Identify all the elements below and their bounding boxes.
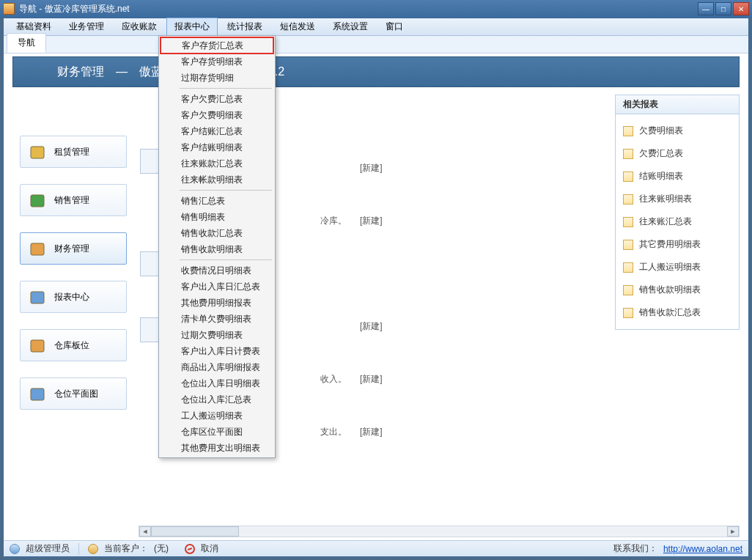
menu-item-销售收款汇总表[interactable]: 销售收款汇总表 [161,225,273,241]
menu-系统设置[interactable]: 系统设置 [325,18,376,36]
scroll-left-button[interactable]: ◄ [139,526,151,537]
menu-统计报表[interactable]: 统计报表 [219,18,270,36]
svg-rect-1 [31,195,44,207]
related-report-item[interactable]: 欠费明细表 [623,125,731,137]
scroll-right-button[interactable]: ► [727,526,739,537]
related-report-label: 销售收款明细表 [639,284,701,296]
contact-link[interactable]: http://www.aolan.net [663,544,742,554]
svg-rect-0 [31,147,44,158]
menu-separator [180,190,272,191]
svg-rect-2 [31,243,44,255]
statusbar: 超级管理员 当前客户： (无) 取消 联系我们： http://www.aola… [4,540,748,556]
report-center-menu: 客户存货汇总表客户存货明细表过期存货明细客户欠费汇总表客户欠费明细表客户结账汇总… [158,35,276,458]
content-area: 财务管理 — 傲蓝冷 v5.2 租赁管理销售管理财务管理报表中心仓库板位仓位平面… [4,54,748,540]
related-report-item[interactable]: 结账明细表 [623,170,731,183]
page-header: 财务管理 — 傲蓝冷 v5.2 [12,56,740,87]
row-new-link[interactable]: [新建] [360,215,404,227]
row-new-link[interactable]: [新建] [360,320,404,333]
tab-nav[interactable]: 导航 [7,33,46,53]
menu-item-客户结账汇总表[interactable]: 客户结账汇总表 [161,123,273,139]
related-report-item[interactable]: 销售收款明细表 [623,284,731,296]
related-report-item[interactable]: 其它费用明细表 [623,238,731,251]
related-report-item[interactable]: 工人搬运明细表 [623,261,731,273]
related-report-label: 其它费用明细表 [639,238,701,251]
tabstrip: 导航 [4,36,748,54]
menu-应收账款[interactable]: 应收账款 [114,18,165,36]
menu-item-仓位出入库汇总表[interactable]: 仓位出入库汇总表 [161,391,273,408]
menu-item-客户结账明细表[interactable]: 客户结账明细表 [161,139,273,155]
status-customer-value: (无) [154,542,169,555]
window-body: 基础资料业务管理应收账款报表中心统计报表短信发送系统设置窗口 导航 财务管理 —… [3,18,749,557]
report-icon [623,217,633,227]
status-cancel[interactable]: 取消 [201,542,218,555]
menu-item-往来帐款明细表[interactable]: 往来帐款明细表 [161,172,273,188]
menu-separator [180,259,272,260]
menu-业务管理[interactable]: 业务管理 [61,18,112,36]
scroll-thumb[interactable] [151,526,239,537]
related-report-label: 工人搬运明细表 [639,261,701,273]
related-report-item[interactable]: 往来账汇总表 [623,215,731,228]
menu-短信发送[interactable]: 短信发送 [272,18,323,36]
close-button[interactable]: ✕ [733,2,749,15]
related-report-label: 往来账汇总表 [639,215,692,228]
related-report-item[interactable]: 销售收款汇总表 [623,306,731,319]
menu-item-销售收款明细表[interactable]: 销售收款明细表 [161,241,273,257]
menu-item-工人搬运明细表[interactable]: 工人搬运明细表 [161,408,273,424]
report-icon [623,285,633,295]
customer-icon [88,544,98,554]
menu-item-过期欠费明细表[interactable]: 过期欠费明细表 [161,327,273,343]
window-controls: — □ ✕ [698,2,749,15]
menu-item-仓库区位平面图[interactable]: 仓库区位平面图 [161,424,273,440]
menu-item-过期存货明细[interactable]: 过期存货明细 [161,70,273,86]
nav-card-销售管理[interactable]: 销售管理 [20,184,127,216]
menu-item-往来账款汇总表[interactable]: 往来账款汇总表 [161,155,273,172]
cancel-icon[interactable] [185,544,195,554]
nav-icon [28,239,47,258]
menu-item-其他费用支出明细表[interactable]: 其他费用支出明细表 [161,440,273,456]
menu-窗口[interactable]: 窗口 [377,18,411,36]
titlebar: 导航 - 傲蓝冷库管理系统.net — □ ✕ [0,0,752,18]
maximize-button[interactable]: □ [715,2,731,15]
menu-item-客户欠费明细表[interactable]: 客户欠费明细表 [161,107,273,123]
menu-item-收费情况日明细表[interactable]: 收费情况日明细表 [161,262,273,279]
menu-item-其他费用明细报表[interactable]: 其他费用明细报表 [161,295,273,311]
menu-item-客户欠费汇总表[interactable]: 客户欠费汇总表 [161,91,273,107]
nav-card-报表中心[interactable]: 报表中心 [20,281,127,313]
nav-card-财务管理[interactable]: 财务管理 [20,232,127,265]
menu-item-客户存货汇总表[interactable]: 客户存货汇总表 [160,37,274,54]
minimize-button[interactable]: — [698,2,714,15]
menu-item-清卡单欠费明细表[interactable]: 清卡单欠费明细表 [161,311,273,327]
menu-item-客户存货明细表[interactable]: 客户存货明细表 [161,54,273,70]
row-new-link[interactable]: [新建] [360,162,404,174]
app-icon [3,3,15,15]
related-report-item[interactable]: 往来账明细表 [623,193,731,205]
menu-item-商品出入库明细报表[interactable]: 商品出入库明细报表 [161,359,273,375]
window-title: 导航 - 傲蓝冷库管理系统.net [19,3,698,15]
menu-item-客户出入库日计费表[interactable]: 客户出入库日计费表 [161,343,273,359]
nav-card-label: 销售管理 [54,194,89,207]
report-icon [623,149,633,159]
menu-报表中心[interactable]: 报表中心 [166,18,218,36]
nav-card-仓位平面图[interactable]: 仓位平面图 [20,377,127,410]
menu-item-仓位出入库日明细表[interactable]: 仓位出入库日明细表 [161,375,273,391]
report-icon [623,240,633,250]
user-icon [10,544,20,554]
nav-icon [28,142,47,161]
horizontal-scrollbar[interactable]: ◄ ► [139,526,740,537]
menu-item-销售明细表[interactable]: 销售明细表 [161,209,273,225]
svg-rect-5 [31,388,44,400]
nav-card-label: 报表中心 [54,291,89,303]
menu-item-销售汇总表[interactable]: 销售汇总表 [161,193,273,209]
nav-card-仓库板位[interactable]: 仓库板位 [20,329,127,361]
menu-item-客户出入库日汇总表[interactable]: 客户出入库日汇总表 [161,279,273,295]
nav-card-label: 仓位平面图 [54,388,98,400]
nav-icon [28,336,47,355]
report-icon [623,126,633,136]
nav-card-label: 仓库板位 [54,339,89,352]
menubar: 基础资料业务管理应收账款报表中心统计报表短信发送系统设置窗口 [4,18,748,36]
nav-card-租赁管理[interactable]: 租赁管理 [20,136,127,168]
row-new-link[interactable]: [新建] [360,426,404,438]
report-icon [623,194,633,205]
row-new-link[interactable]: [新建] [360,373,404,386]
related-report-item[interactable]: 欠费汇总表 [623,147,731,160]
